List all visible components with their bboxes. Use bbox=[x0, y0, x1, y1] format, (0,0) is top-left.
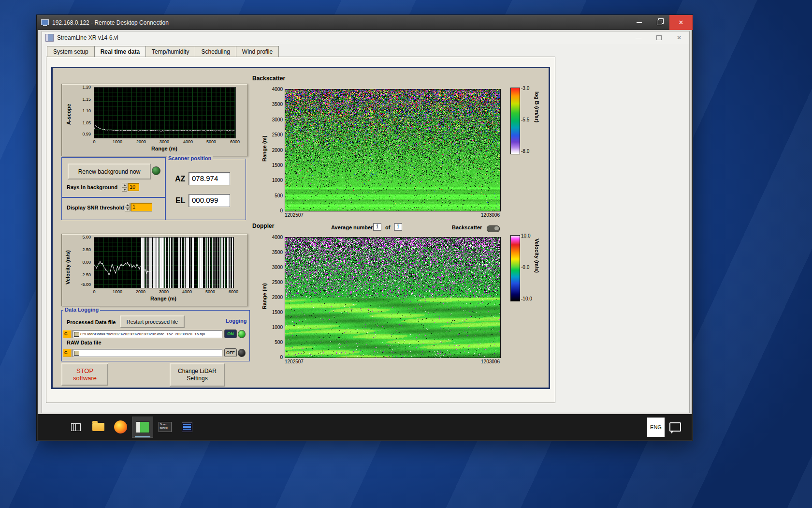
raw-drive-selector[interactable]: C bbox=[63, 349, 72, 357]
processed-drive-selector[interactable]: C bbox=[63, 330, 72, 338]
task-view-icon[interactable] bbox=[66, 417, 86, 437]
backscatter-display-switch[interactable] bbox=[487, 225, 500, 232]
renew-background-button[interactable]: Renew background now bbox=[68, 164, 151, 179]
change-line2: Settings bbox=[187, 375, 207, 382]
browse-icon[interactable] bbox=[74, 351, 79, 356]
app-restore-button[interactable] bbox=[649, 31, 669, 44]
velocity-y-tick: -2.50 bbox=[76, 272, 91, 277]
rdp-titlebar[interactable]: 192.168.0.122 - Remote Desktop Connectio… bbox=[37, 15, 693, 30]
language-indicator[interactable]: ENG bbox=[647, 418, 665, 437]
velocity-y-tick: -5.00 bbox=[76, 282, 91, 287]
remote-desktop: StreamLine XR v14-6.vi — ✕ System setup … bbox=[38, 30, 692, 440]
app-minimize-button[interactable]: — bbox=[628, 31, 649, 44]
ascope-x-axis-label: Range (m) bbox=[94, 146, 235, 151]
rdp-minimize-button[interactable] bbox=[629, 15, 649, 30]
streamline-taskbar-icon[interactable] bbox=[132, 417, 153, 437]
rdp-title: 192.168.0.122 - Remote Desktop Connectio… bbox=[52, 19, 169, 26]
velocity-graph bbox=[94, 237, 234, 288]
dp-y-tick: 500 bbox=[268, 340, 283, 345]
document-app-icon[interactable] bbox=[177, 417, 197, 437]
snr-threshold-box: Display SNR threshold 1 bbox=[61, 197, 166, 220]
desktop: { "rdp": { "title": "192.168.0.122 - Rem… bbox=[0, 0, 812, 508]
rdp-close-button[interactable]: ✕ bbox=[669, 15, 693, 30]
dp-y-tick: 4000 bbox=[268, 235, 283, 240]
main-panel: A-scope 1.20 1.15 1.10 1.05 0.99 0 1000 … bbox=[51, 67, 550, 389]
rays-spinner[interactable] bbox=[122, 183, 127, 192]
snr-threshold-label: Display SNR threshold bbox=[67, 205, 124, 210]
off-label: OFF bbox=[224, 348, 237, 357]
logging-on-led bbox=[238, 330, 246, 338]
velocity-plot-frame: Velocity (m/s) 5.00 2.50 0.00 -2.50 -5.0… bbox=[61, 234, 248, 306]
dp-cb-tick: -10.0 bbox=[521, 296, 532, 301]
tab-real-time-data[interactable]: Real time data bbox=[94, 46, 145, 57]
velocity-y-tick: 2.50 bbox=[76, 247, 91, 252]
ascope-graph bbox=[94, 87, 236, 138]
dp-y-tick: 0 bbox=[268, 355, 283, 360]
ascope-y-tick: 1.10 bbox=[76, 108, 91, 113]
dp-y-tick: 2500 bbox=[268, 280, 283, 285]
stop-line1: STOP bbox=[76, 367, 93, 374]
browse-icon[interactable] bbox=[74, 332, 79, 337]
velocity-y-tick: 5.00 bbox=[76, 235, 91, 239]
snr-value-field[interactable]: 1 bbox=[130, 203, 152, 211]
backscatter-y-axis-label: Range (m) bbox=[261, 135, 267, 162]
ascope-plot-frame: A-scope 1.20 1.15 1.10 1.05 0.99 0 1000 … bbox=[61, 84, 248, 156]
app-titlebar[interactable]: StreamLine XR v14-6.vi — ✕ bbox=[42, 31, 689, 44]
velocity-x-tick: 6000 bbox=[229, 289, 238, 294]
ascope-x-tick: 1000 bbox=[113, 139, 122, 144]
on-label: ON bbox=[224, 329, 237, 338]
action-center-icon[interactable] bbox=[669, 422, 681, 432]
ascope-x-tick: 2000 bbox=[136, 139, 146, 144]
bs-cb-tick: -5.5 bbox=[521, 117, 529, 122]
average-total-field[interactable]: 1 bbox=[394, 223, 402, 231]
doppler-colorbar-label: Velocity (m/s) bbox=[534, 239, 540, 273]
scan-scheduler-icon[interactable]: Scan sched bbox=[155, 417, 175, 437]
scan-scheduler-caption: Scan sched bbox=[159, 422, 172, 432]
rays-in-background-label: Rays in background bbox=[67, 184, 117, 190]
change-line1: Change LiDAR bbox=[178, 368, 217, 374]
bs-y-tick: 4000 bbox=[268, 87, 283, 92]
rdp-computer-icon bbox=[41, 19, 49, 27]
velocity-x-tick: 3000 bbox=[159, 289, 169, 294]
background-controls-box: Renew background now Rays in background … bbox=[61, 157, 166, 198]
snr-spinner[interactable] bbox=[125, 203, 130, 211]
processed-path-field[interactable]: C:\Lidar\Data\Proc\2023\202309\20230920\… bbox=[72, 330, 222, 338]
firefox-icon[interactable] bbox=[110, 417, 130, 437]
velocity-y-tick: 0.00 bbox=[76, 260, 91, 265]
stop-line2: software bbox=[73, 374, 97, 382]
dp-y-tick: 2000 bbox=[268, 295, 283, 300]
raw-path-field[interactable] bbox=[72, 349, 222, 357]
ascope-y-tick: 1.20 bbox=[76, 85, 91, 90]
tab-scheduling[interactable]: Scheduling bbox=[195, 46, 235, 57]
doppler-title: Doppler bbox=[252, 223, 274, 229]
bs-y-tick: 2500 bbox=[268, 132, 283, 137]
tab-temp-humidity[interactable]: Temp/humidity bbox=[145, 46, 195, 57]
az-readout: 078.974 bbox=[188, 172, 230, 185]
bs-y-tick: 0 bbox=[268, 208, 283, 213]
file-explorer-icon[interactable] bbox=[88, 417, 108, 437]
rdp-restore-button[interactable] bbox=[649, 15, 669, 30]
bs-cb-tick: -3.0 bbox=[521, 86, 529, 91]
app-title: StreamLine XR v14-6.vi bbox=[57, 34, 118, 41]
dp-cb-tick: 10.0 bbox=[521, 233, 530, 239]
taskbar: Scan sched ENG bbox=[38, 414, 692, 440]
tab-wind-profile[interactable]: Wind profile bbox=[236, 46, 279, 57]
raw-logging-toggle[interactable]: OFF bbox=[224, 348, 246, 358]
restart-processed-file-button[interactable]: Restart processed file bbox=[120, 315, 185, 328]
bs-y-tick: 3000 bbox=[268, 117, 283, 122]
el-readout: 000.099 bbox=[188, 194, 230, 207]
streamline-window: StreamLine XR v14-6.vi — ✕ System setup … bbox=[42, 31, 690, 413]
dp-y-tick: 3000 bbox=[268, 265, 283, 270]
app-close-button[interactable]: ✕ bbox=[669, 31, 689, 44]
rays-value-field[interactable]: 10 bbox=[128, 183, 139, 191]
data-logging-box: Data Logging Processed Data file Restart… bbox=[61, 310, 250, 361]
stop-software-button[interactable]: STOPsoftware bbox=[61, 363, 108, 386]
doppler-backscatter-toggle-label: Backscatter bbox=[452, 224, 482, 230]
change-lidar-settings-button[interactable]: Change LiDARSettings bbox=[170, 363, 225, 387]
average-number-field[interactable]: 1 bbox=[373, 223, 381, 231]
dp-y-tick: 3500 bbox=[268, 250, 283, 255]
rdp-window: 192.168.0.122 - Remote Desktop Connectio… bbox=[36, 15, 693, 441]
tab-system-setup[interactable]: System setup bbox=[47, 46, 94, 57]
processed-logging-toggle[interactable]: ON bbox=[224, 329, 246, 339]
az-label: AZ bbox=[175, 175, 185, 183]
